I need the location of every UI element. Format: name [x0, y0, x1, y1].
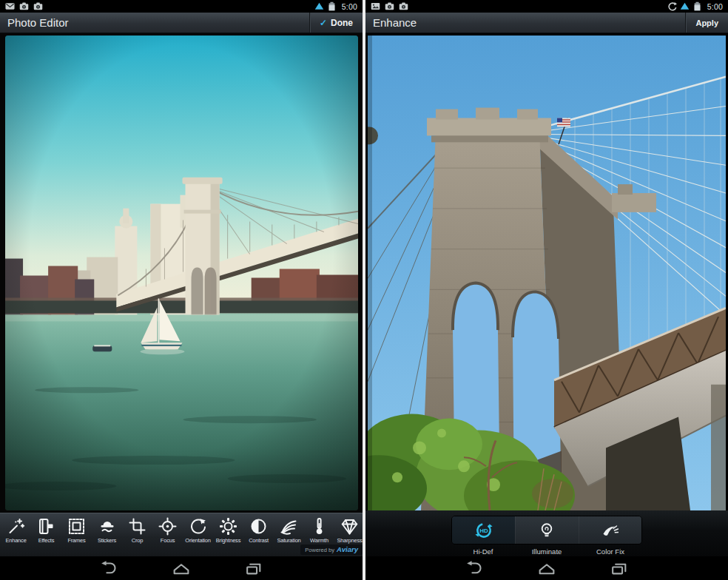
tool-label: Crop	[132, 537, 143, 544]
gallery-icon	[371, 1, 380, 11]
focus-target-icon	[158, 517, 177, 536]
done-label: Done	[331, 18, 353, 28]
battery-icon	[327, 1, 337, 11]
lightbulb-icon	[538, 522, 556, 539]
home-button[interactable]	[537, 561, 556, 576]
crop-icon	[128, 517, 146, 536]
tool-frames[interactable]: Frames	[61, 517, 92, 556]
wifi-icon	[680, 1, 690, 11]
notification-icons	[5, 1, 43, 11]
option-illuminate[interactable]	[515, 516, 578, 544]
apply-label: Apply	[695, 18, 718, 27]
android-nav-bar	[0, 556, 363, 580]
page-title: Photo Editor	[0, 16, 69, 29]
half-circle-icon	[249, 517, 268, 536]
page-title: Enhance	[365, 16, 417, 29]
editor-toolbar: Enhance Effects Frames Stickers Crop Foc…	[0, 513, 363, 556]
aviary-logo: Aviary	[337, 545, 358, 553]
option-hi-def[interactable]: HD	[452, 516, 515, 544]
apply-button[interactable]: Apply	[685, 13, 728, 33]
tool-label: Focus	[161, 537, 175, 544]
photo-canvas-bridge	[368, 36, 726, 510]
rotate-arrow-icon	[189, 517, 207, 536]
title-bar: Photo Editor ✓ Done	[0, 13, 363, 33]
screenshot-pair: 5:00 Photo Editor ✓ Done	[0, 0, 728, 580]
back-button[interactable]	[465, 561, 484, 576]
camera-icon	[19, 1, 29, 11]
option-label-hi-def: Hi-Def	[451, 547, 515, 556]
tool-label: Brightness	[216, 537, 240, 544]
tool-effects[interactable]: Effects	[31, 517, 61, 556]
notification-icons	[371, 1, 408, 11]
diamond-icon	[340, 517, 359, 536]
magic-wand-icon	[7, 517, 25, 536]
sync-icon	[667, 1, 677, 11]
wifi-icon	[314, 1, 324, 11]
tool-label: Sharpness	[337, 537, 362, 544]
clock: 5:00	[342, 2, 357, 11]
android-nav-bar	[365, 556, 728, 580]
check-icon: ✓	[320, 18, 327, 28]
powered-by-badge: Powered by Aviary	[300, 544, 363, 555]
stamp-frame-icon	[67, 517, 86, 536]
enhance-screen: 5:00 Enhance Apply	[365, 0, 728, 580]
tool-focus[interactable]: Focus	[152, 517, 183, 556]
tool-orientation[interactable]: Orientation	[183, 517, 213, 556]
battery-icon	[692, 1, 702, 11]
back-button[interactable]	[99, 561, 118, 576]
tool-saturation[interactable]: Saturation	[274, 517, 304, 556]
tool-stickers[interactable]: Stickers	[92, 517, 122, 556]
status-bar: 5:00	[0, 0, 363, 13]
recents-button[interactable]	[610, 561, 629, 576]
done-button[interactable]: ✓ Done	[309, 13, 363, 33]
enhance-options-bar: HD	[365, 510, 728, 556]
status-bar: 5:00	[365, 0, 728, 13]
option-label-illuminate: Illuminate	[515, 547, 579, 556]
enhance-option-group: HD	[451, 516, 642, 556]
far-building	[711, 385, 726, 510]
thermometer-icon	[310, 517, 328, 536]
tool-contrast[interactable]: Contrast	[243, 517, 274, 556]
tool-enhance[interactable]: Enhance	[1, 517, 31, 556]
hat-mustache-icon	[98, 517, 116, 536]
tool-label: Contrast	[249, 537, 269, 544]
tool-brightness[interactable]: Brightness	[213, 517, 243, 556]
tool-crop[interactable]: Crop	[122, 517, 152, 556]
color-fix-icon	[601, 522, 619, 539]
tool-label: Orientation	[185, 537, 211, 544]
system-status-icons: 5:00	[314, 1, 357, 11]
svg-text:HD: HD	[479, 527, 488, 534]
photo-canvas-sailboat	[5, 36, 358, 510]
tool-label: Stickers	[98, 537, 116, 544]
camera-icon	[399, 1, 408, 11]
rainbow-fan-icon	[280, 517, 298, 536]
email-icon	[5, 1, 15, 11]
camera-icon	[385, 1, 394, 11]
hd-circle-icon: HD	[475, 522, 493, 539]
sun-gear-icon	[219, 517, 237, 536]
tool-label: Warmth	[310, 537, 328, 544]
camera-icon	[33, 1, 43, 11]
photo-frame	[0, 33, 363, 513]
title-bar: Enhance Apply	[365, 13, 728, 33]
tool-label: Frames	[67, 537, 85, 544]
photo-editor-screen: 5:00 Photo Editor ✓ Done	[0, 0, 363, 580]
sailboat-photo-illustration	[5, 36, 358, 510]
home-button[interactable]	[172, 561, 191, 576]
recents-button[interactable]	[244, 561, 263, 576]
bridge-photo-illustration	[368, 36, 726, 510]
tool-label: Enhance	[5, 537, 26, 544]
film-roll-icon	[37, 517, 55, 536]
system-status-icons: 5:00	[667, 1, 723, 11]
option-color-fix[interactable]	[579, 516, 641, 544]
powered-by-text: Powered by	[305, 547, 334, 553]
tool-label: Saturation	[277, 537, 300, 544]
tool-label: Effects	[38, 537, 54, 544]
photo-frame	[365, 33, 728, 510]
option-label-color-fix: Color Fix	[579, 547, 642, 556]
clock: 5:00	[707, 2, 723, 11]
